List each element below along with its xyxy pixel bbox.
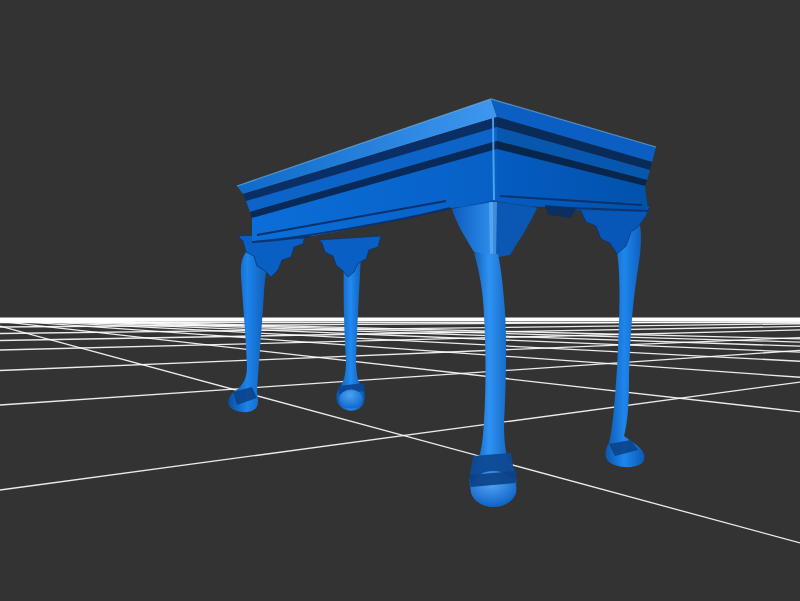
leg-capital-ridge-highlight bbox=[489, 202, 497, 258]
3d-viewport[interactable] bbox=[0, 0, 800, 601]
scene-canvas[interactable] bbox=[0, 0, 800, 601]
apron-corner-ridge-highlight bbox=[493, 118, 494, 200]
table-bun-foot bbox=[340, 390, 363, 409]
